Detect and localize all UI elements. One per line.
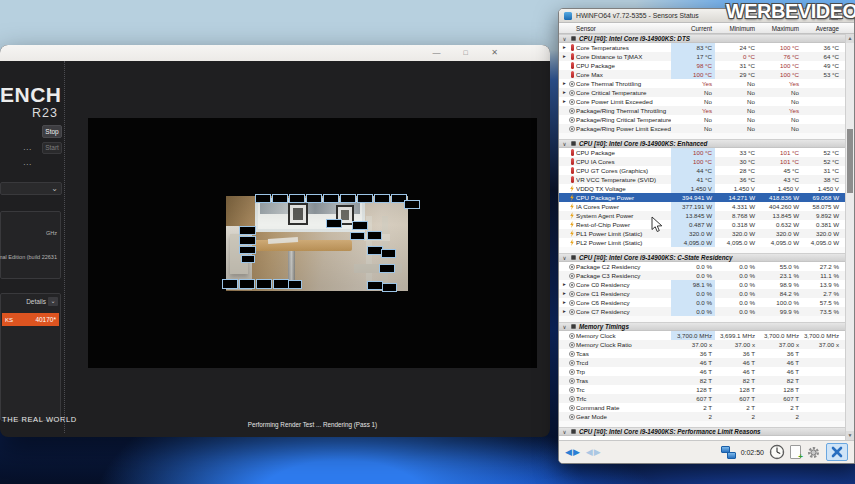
sensor-section-header[interactable]: ∨CPU [#0]: Intel Core i9-14900KS: Perfor… [559, 427, 854, 436]
expand-icon[interactable]: ▸ [561, 88, 568, 97]
more-options-icon[interactable]: ⋯ [23, 147, 31, 153]
collapse-icon[interactable]: ∨ [561, 36, 568, 42]
details-dropdown[interactable]: ⌄ [48, 297, 58, 306]
expand-icon[interactable]: ▸ [561, 52, 568, 61]
sensor-row[interactable]: Package/Ring Critical TemperatureNoNoNo [559, 115, 854, 124]
sensor-row[interactable]: PL2 Power Limit (Static)4,095.0 W4,095.0… [559, 238, 854, 247]
sensor-value-m: 607 T [715, 394, 758, 403]
expand-icon[interactable]: ▸ [561, 97, 568, 106]
expand-icon[interactable]: ▸ [561, 307, 568, 316]
render-tile [256, 279, 272, 289]
column-average[interactable]: Average [802, 25, 842, 32]
expand-icon[interactable]: ▸ [561, 298, 568, 307]
start-button[interactable]: Start [42, 142, 62, 154]
sensor-value-m: No [715, 115, 758, 124]
sensor-row[interactable]: PL1 Power Limit (Static)320.0 W320.0 W32… [559, 229, 854, 238]
expand-icon[interactable]: ▸ [561, 79, 568, 88]
scrollbar-thumb[interactable] [847, 129, 853, 193]
cinebench-titlebar[interactable]: — □ ✕ [0, 45, 550, 61]
sensor-row[interactable]: ▸Core C1 Residency0.0 %0.0 %84.2 %2.7 % [559, 289, 854, 298]
collapse-icon[interactable]: ∨ [561, 141, 568, 147]
sensor-row[interactable]: Rest-of-Chip Power0.487 W0.318 W0.632 W0… [559, 220, 854, 229]
sensor-row[interactable]: CPU IA Cores100 °C30 °C101 °C52 °C [559, 157, 854, 166]
logging-report-icon[interactable]: + [790, 445, 801, 459]
sensor-row[interactable]: ▸Core Temperatures83 °C24 °C100 °C36 °C [559, 43, 854, 52]
sensor-label: Core C1 Residency [576, 290, 671, 297]
sensor-dot-icon [569, 108, 575, 114]
sensor-row[interactable]: IA Cores Power377.191 W4.331 W404.260 W5… [559, 202, 854, 211]
clock-icon[interactable] [769, 444, 785, 460]
sensor-row[interactable]: ▸Core Thermal ThrottlingYesNoYes [559, 79, 854, 88]
sensor-row[interactable]: ▸Core C7 Residency0.0 %0.0 %99.9 %73.5 % [559, 307, 854, 316]
sensor-value-a: 3,700.0 MHz [802, 331, 842, 340]
score-bar[interactable]: KS 40170* [2, 313, 59, 326]
sensor-value-a: 0.381 W [802, 220, 842, 229]
sensor-row[interactable]: CPU Package98 °C31 °C100 °C49 °C [559, 61, 854, 70]
expand-icon[interactable]: ▸ [561, 289, 568, 298]
sensor-value-x: 23.1 % [758, 271, 802, 280]
sensor-row[interactable]: Command Rate2 T2 T2 T [559, 403, 854, 412]
sensor-row[interactable]: Core Max100 °C29 °C100 °C53 °C [559, 70, 854, 79]
sensor-row[interactable]: Tcas36 T36 T36 T [559, 349, 854, 358]
sensor-row[interactable]: Trc128 T128 T128 T [559, 385, 854, 394]
sensor-row[interactable]: ▸Core C0 Residency98.1 %0.0 %98.9 %13.9 … [559, 280, 854, 289]
sensor-row[interactable]: Package C3 Residency0.0 %0.0 %23.1 %11.1… [559, 271, 854, 280]
settings-gear-icon[interactable] [806, 445, 821, 460]
column-maximum[interactable]: Maximum [758, 25, 802, 32]
screen: — □ ✕ ENCH R23 Stop ⋯ Start ⋯ ⌄ GHz nal … [0, 0, 855, 484]
minimize-icon[interactable]: — [431, 47, 442, 58]
column-minimum[interactable]: Minimum [715, 25, 758, 32]
sensor-row[interactable]: Package C2 Residency0.0 %0.0 %55.0 %27.2… [559, 262, 854, 271]
close-button[interactable] [826, 443, 848, 461]
sensor-row[interactable]: CPU Package Power394.941 W14.271 W418.83… [559, 193, 854, 202]
sensor-row[interactable]: ▸Core Critical TemperatureNoNoNo [559, 88, 854, 97]
more-options-icon[interactable]: ⋯ [23, 162, 31, 168]
sensor-row[interactable]: Package/Ring Thermal ThrottlingYesNoYes [559, 106, 854, 115]
panel-splitter[interactable] [64, 61, 65, 433]
scrollbar[interactable]: ▲ ▼ [845, 34, 854, 440]
scroll-down-icon[interactable]: ▼ [846, 431, 854, 440]
sensor-row[interactable]: ▸Core Distance to TjMAX17 °C0 °C76 °C64 … [559, 52, 854, 61]
close-icon[interactable]: ✕ [489, 47, 500, 58]
sensor-section-header[interactable]: ∨CPU [#0]: Intel Core i9-14900KS: Enhanc… [559, 139, 854, 148]
sensor-row[interactable]: Package/Ring Power Limit ExceededNoNoNo [559, 124, 854, 133]
test-select-dropdown[interactable]: ⌄ [0, 182, 62, 195]
maximize-icon[interactable]: □ [460, 47, 471, 58]
collapse-icon[interactable]: ∨ [561, 429, 568, 435]
sensor-row[interactable]: Memory Clock Ratio37.00 x37.00 x37.00 x3… [559, 340, 854, 349]
sensor-row[interactable]: Gear Mode222 [559, 412, 854, 421]
sensor-row[interactable]: ▸Core C6 Residency0.0 %0.0 %100.0 %57.5 … [559, 298, 854, 307]
sensor-row[interactable]: CPU Package100 °C33 °C101 °C52 °C [559, 148, 854, 157]
remote-monitoring-icon[interactable] [721, 446, 736, 459]
sensor-row[interactable]: Trfc607 T607 T607 T [559, 394, 854, 403]
page-nav-arrows-disabled-icon[interactable]: ◀▶ [586, 447, 602, 457]
sensor-row[interactable]: Trp46 T46 T46 T [559, 367, 854, 376]
sensor-row[interactable]: Tras82 T82 T82 T [559, 376, 854, 385]
sensor-value-m: 0.0 % [715, 307, 758, 316]
sensor-row[interactable]: System Agent Power13.845 W8.768 W13.845 … [559, 211, 854, 220]
sensor-row[interactable]: ▸Core Power Limit ExceededNoNoNo [559, 97, 854, 106]
sensor-row[interactable]: VDDQ TX Voltage1.450 V1.450 V1.450 V1.45… [559, 184, 854, 193]
sensor-section-header[interactable]: ∨Memory Timings [559, 322, 854, 331]
sensor-label: Core Temperatures [576, 44, 671, 51]
page-nav-arrows-icon[interactable]: ◀▶ [565, 447, 581, 457]
sensor-row[interactable]: Memory Clock3,700.0 MHz3,699.1 MHz3,700.… [559, 331, 854, 340]
column-sensor[interactable]: Sensor [576, 25, 671, 32]
mouse-cursor-icon [651, 216, 663, 233]
expand-icon[interactable]: ▸ [561, 280, 568, 289]
stop-button[interactable]: Stop [42, 125, 62, 138]
power-icon [570, 194, 575, 201]
column-current[interactable]: Current [671, 25, 715, 32]
sensor-row[interactable]: VR VCC Temperature (SVID)41 °C36 °C43 °C… [559, 175, 854, 184]
sensor-section-header[interactable]: ∨CPU [#0]: Intel Core i9-14900KS: DTS [559, 34, 854, 43]
sensor-row[interactable]: CPU GT Cores (Graphics)44 °C28 °C45 °C31… [559, 166, 854, 175]
sensor-value-a: 4,095.0 W [802, 238, 842, 247]
collapse-icon[interactable]: ∨ [561, 324, 568, 330]
expand-icon[interactable]: ▸ [561, 43, 568, 52]
cinebench-logo: ENCH [0, 83, 62, 107]
sensor-value-a: 38 °C [802, 175, 842, 184]
collapse-icon[interactable]: ∨ [561, 255, 568, 261]
sensor-section-header[interactable]: ∨CPU [#0]: Intel Core i9-14900KS: C-Stat… [559, 253, 854, 262]
sensor-row[interactable]: Trcd46 T46 T46 T [559, 358, 854, 367]
scroll-up-icon[interactable]: ▲ [846, 34, 854, 43]
